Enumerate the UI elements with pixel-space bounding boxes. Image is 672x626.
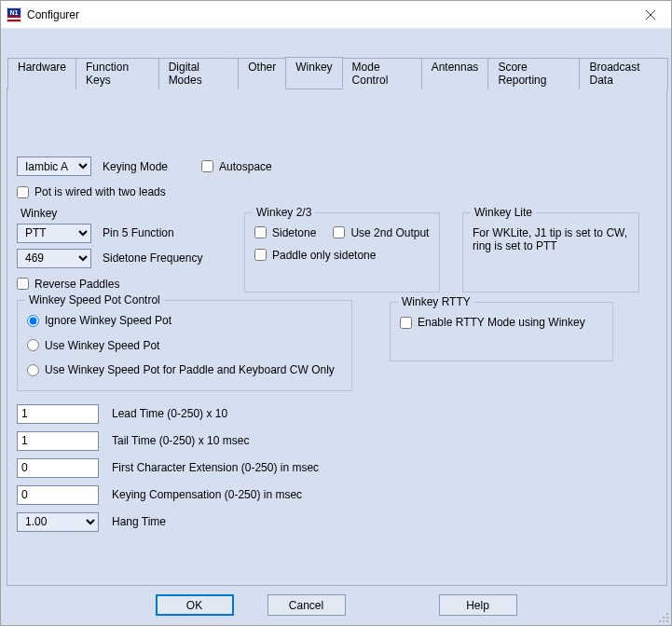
svg-point-9 xyxy=(663,617,665,619)
paddle-only-sidetone-input[interactable] xyxy=(254,249,267,261)
svg-text:N1: N1 xyxy=(10,8,19,15)
tail-time-input[interactable] xyxy=(17,431,99,451)
enable-rtty-checkbox[interactable]: Enable RTTY Mode using Winkey xyxy=(400,316,585,329)
speed-pot-paddle-kb-radio[interactable]: Use Winkey Speed Pot for Paddle and Keyb… xyxy=(27,363,335,376)
pin5-row: PTT Pin 5 Function xyxy=(17,224,222,243)
speed-pot-use-input[interactable] xyxy=(27,339,39,351)
tabpanel-winkey: Iambic A Keying Mode Autospace Pot is wi… xyxy=(7,88,667,586)
enable-rtty-label: Enable RTTY Mode using Winkey xyxy=(418,316,585,329)
keying-mode-select[interactable]: Iambic A xyxy=(17,156,91,176)
svg-rect-5 xyxy=(7,20,21,21)
use-2nd-output-label: Use 2nd Output xyxy=(350,226,429,239)
speed-pot-group: Winkey Speed Pot Control Ignore Winkey S… xyxy=(17,300,352,391)
svg-rect-4 xyxy=(7,18,21,20)
keying-mode-label: Keying Mode xyxy=(103,160,168,173)
tail-time-label: Tail Time (0-250) x 10 msec xyxy=(112,434,249,447)
help-button[interactable]: Help xyxy=(439,594,517,616)
close-icon xyxy=(646,10,655,20)
winkey23-row1: Sidetone Use 2nd Output xyxy=(254,226,430,239)
tab-antennas[interactable]: Antennas xyxy=(421,58,489,89)
autospace-label: Autospace xyxy=(219,160,272,173)
winkey-rtty-legend: Winkey RTTY xyxy=(398,295,474,308)
winkey23-row2: Paddle only sidetone xyxy=(254,249,430,265)
sidetone-label: Sidetone xyxy=(272,226,316,239)
winkey-rtty-group: Winkey RTTY Enable RTTY Mode using Winke… xyxy=(390,302,613,361)
svg-rect-3 xyxy=(7,16,21,18)
autospace-checkbox[interactable]: Autospace xyxy=(201,160,272,173)
close-button[interactable] xyxy=(629,1,671,28)
reverse-paddles-checkbox[interactable]: Reverse Paddles xyxy=(17,278,119,291)
tab-function-keys[interactable]: Function Keys xyxy=(75,58,159,89)
tail-time-row: Tail Time (0-250) x 10 msec xyxy=(17,431,657,451)
winkey-column: Winkey PTT Pin 5 Function 469 Sidetone F… xyxy=(17,207,222,293)
lead-time-label: Lead Time (0-250) x 10 xyxy=(112,407,227,420)
resize-grip-icon[interactable] xyxy=(658,612,669,623)
svg-point-8 xyxy=(666,613,668,615)
tabstrip: Hardware Function Keys Digital Modes Oth… xyxy=(7,57,667,88)
paddle-only-sidetone-checkbox[interactable]: Paddle only sidetone xyxy=(254,249,376,262)
sidetone-freq-select[interactable]: 469 xyxy=(17,249,91,268)
autospace-input[interactable] xyxy=(201,160,213,172)
sidetone-input[interactable] xyxy=(254,226,267,238)
speed-pot-ignore-label: Ignore Winkey Speed Pot xyxy=(45,314,171,327)
speed-pot-opt1-row: Ignore Winkey Speed Pot xyxy=(27,314,342,330)
ok-button[interactable]: OK xyxy=(156,594,234,616)
pot-two-leads-checkbox[interactable]: Pot is wired with two leads xyxy=(17,185,166,198)
app-icon: N1 xyxy=(7,7,21,22)
reverse-paddles-label: Reverse Paddles xyxy=(34,278,119,291)
winkey23-legend: Winkey 2/3 xyxy=(253,206,315,219)
use-2nd-output-checkbox[interactable]: Use 2nd Output xyxy=(333,226,429,239)
winkey23-group: Winkey 2/3 Sidetone Use 2nd Output xyxy=(244,212,440,293)
tab-score-reporting[interactable]: Score Reporting xyxy=(487,58,580,89)
keying-comp-input[interactable] xyxy=(17,485,99,505)
winkey-lite-text1: For WKLite, J1 tip is set to CW, xyxy=(473,226,629,239)
winkey-lite-legend: Winkey Lite xyxy=(471,206,536,219)
speed-pot-paddle-kb-label: Use Winkey Speed Pot for Paddle and Keyb… xyxy=(45,363,335,376)
tab-broadcast-data[interactable]: Broadcast Data xyxy=(579,58,668,89)
tab-container: Hardware Function Keys Digital Modes Oth… xyxy=(7,57,667,586)
titlebar: N1 Configurer xyxy=(1,1,671,29)
fce-row: First Character Extension (0-250) in mse… xyxy=(17,458,657,478)
tab-hardware[interactable]: Hardware xyxy=(7,58,76,89)
use-2nd-output-input[interactable] xyxy=(333,226,345,238)
fce-label: First Character Extension (0-250) in mse… xyxy=(112,461,319,474)
window-title: Configurer xyxy=(27,8,629,21)
tab-mode-control[interactable]: Mode Control xyxy=(342,58,422,89)
speed-pot-legend: Winkey Speed Pot Control xyxy=(25,293,164,306)
paddle-only-sidetone-label: Paddle only sidetone xyxy=(272,249,376,262)
winkey-lite-group: Winkey Lite For WKLite, J1 tip is set to… xyxy=(462,212,639,293)
speed-pot-opt2-row: Use Winkey Speed Pot xyxy=(27,339,342,355)
speed-pot-opt3-row: Use Winkey Speed Pot for Paddle and Keyb… xyxy=(27,363,342,379)
pot-two-leads-row: Pot is wired with two leads xyxy=(17,185,657,201)
enable-rtty-input[interactable] xyxy=(400,317,412,329)
pot-two-leads-label: Pot is wired with two leads xyxy=(34,185,166,198)
keying-comp-label: Keying Compensation (0-250) in msec xyxy=(112,488,302,501)
pin5-label: Pin 5 Function xyxy=(103,226,174,239)
pot-two-leads-input[interactable] xyxy=(17,186,29,198)
timing-section: Lead Time (0-250) x 10 Tail Time (0-250)… xyxy=(17,404,657,532)
sidetone-checkbox[interactable]: Sidetone xyxy=(254,226,316,239)
sidetone-freq-label: Sidetone Frequency xyxy=(103,252,202,265)
reverse-paddles-input[interactable] xyxy=(17,278,29,290)
fce-input[interactable] xyxy=(17,458,99,478)
speed-pot-use-label: Use Winkey Speed Pot xyxy=(45,339,159,352)
winkey-lite-column: Winkey Lite For WKLite, J1 tip is set to… xyxy=(462,207,639,293)
configurer-window: N1 Configurer Hardware Function Keys Dig… xyxy=(0,0,672,626)
pin5-select[interactable]: PTT xyxy=(17,224,91,243)
svg-point-10 xyxy=(666,617,668,619)
cancel-button[interactable]: Cancel xyxy=(267,594,346,616)
tab-winkey[interactable]: Winkey xyxy=(285,57,342,88)
speed-pot-paddle-kb-input[interactable] xyxy=(27,364,39,376)
speed-pot-ignore-input[interactable] xyxy=(27,315,39,327)
hang-time-select[interactable]: 1.00 xyxy=(17,512,99,532)
speed-pot-use-radio[interactable]: Use Winkey Speed Pot xyxy=(27,339,159,352)
lead-time-row: Lead Time (0-250) x 10 xyxy=(17,404,657,424)
tab-digital-modes[interactable]: Digital Modes xyxy=(158,58,240,89)
lead-time-input[interactable] xyxy=(17,404,99,424)
svg-point-11 xyxy=(659,620,661,622)
keying-comp-row: Keying Compensation (0-250) in msec xyxy=(17,485,657,505)
tab-other[interactable]: Other xyxy=(238,58,286,89)
lower-groups: Winkey Speed Pot Control Ignore Winkey S… xyxy=(17,294,657,391)
speed-pot-ignore-radio[interactable]: Ignore Winkey Speed Pot xyxy=(27,314,171,327)
winkey-lite-text2: ring is set to PTT xyxy=(473,239,629,252)
